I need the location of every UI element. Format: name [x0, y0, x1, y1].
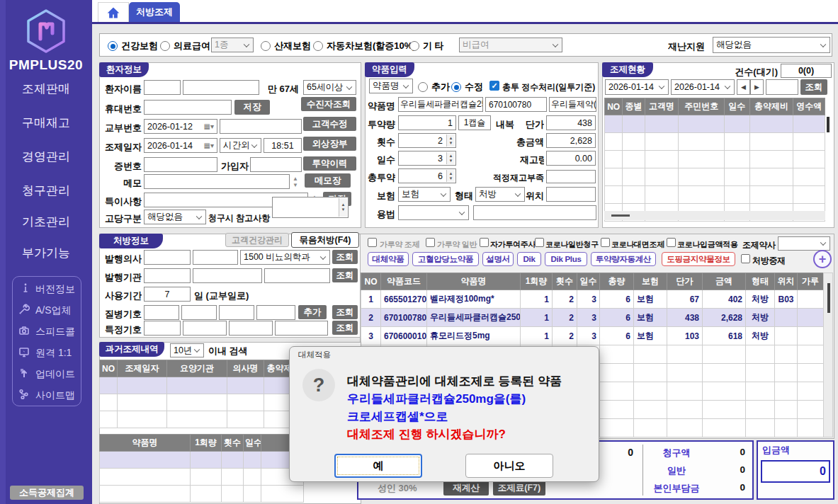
- table-row[interactable]: [100, 394, 304, 411]
- table-row[interactable]: 2670100780우리들세파클러캡슐250(1236보험4382,628처방: [361, 309, 824, 327]
- table-row[interactable]: [100, 411, 304, 428]
- table-row[interactable]: [100, 486, 304, 503]
- patient-name-input-1[interactable]: [144, 80, 181, 95]
- powder-dispense-checkbox[interactable]: [368, 238, 377, 247]
- org-input-1[interactable]: [144, 268, 191, 283]
- table-row[interactable]: 3670600010휴모리드정5mg1236보험103618처방: [361, 327, 824, 345]
- expand-plus-icon[interactable]: +: [813, 250, 832, 268]
- time-input[interactable]: 18:51: [264, 138, 302, 153]
- substitute-drug-button[interactable]: 대체약품: [368, 252, 409, 266]
- age-group-select[interactable]: 65세이상: [303, 80, 356, 95]
- grade-select[interactable]: 1종: [211, 38, 254, 52]
- sugar-type-select[interactable]: 해당없음: [144, 210, 206, 224]
- table-row[interactable]: [605, 133, 825, 151]
- history-range-select[interactable]: 10년: [170, 343, 204, 357]
- times-input[interactable]: 2▲▼: [398, 133, 456, 148]
- memo-pad-button[interactable]: 메모장: [305, 173, 351, 188]
- issue-number-input[interactable]: [220, 119, 302, 134]
- time-type-select[interactable]: 시간외: [220, 138, 261, 153]
- table-row[interactable]: [605, 168, 825, 186]
- special-input-1[interactable]: [144, 321, 181, 336]
- bundle-prescription-button[interactable]: 묶음처방(F4): [291, 232, 359, 248]
- radio-industrial[interactable]: 산재보험: [261, 40, 311, 52]
- org-search-button[interactable]: 조회: [332, 268, 358, 282]
- drug-maker-input[interactable]: 우리들제약(주: [549, 97, 596, 112]
- form-select[interactable]: 처방: [475, 187, 525, 202]
- intervention-checkbox[interactable]: [741, 254, 750, 263]
- auto-dose-calc-button[interactable]: 투약량자동계산: [591, 252, 656, 266]
- dik-button[interactable]: Dik: [517, 252, 541, 266]
- medication-history-button[interactable]: 투약이력: [303, 156, 356, 171]
- location-input[interactable]: [546, 187, 596, 202]
- recalculate-button[interactable]: 재계산: [443, 480, 489, 496]
- phone-input[interactable]: [144, 100, 232, 115]
- doctor-input-2[interactable]: [193, 250, 238, 265]
- radio-health-insurance[interactable]: 건강보험: [108, 40, 158, 52]
- special-input-4[interactable]: [275, 321, 328, 336]
- patient-lookup-button[interactable]: 수진자조회: [301, 97, 356, 111]
- radio-edit-drug[interactable]: 수정: [451, 81, 483, 93]
- nonpay-select[interactable]: 비급여: [459, 38, 562, 52]
- sidebar-item-billing[interactable]: 청구관리: [0, 183, 92, 199]
- total-amount-input[interactable]: 2,628: [546, 133, 596, 148]
- table-row[interactable]: [100, 452, 304, 469]
- radio-etc[interactable]: 기 타: [409, 40, 444, 52]
- unit-price-input[interactable]: 438: [546, 115, 596, 130]
- sidebar-item-speedcall[interactable]: 스피드콜: [35, 326, 75, 338]
- org-input-2[interactable]: [193, 268, 262, 283]
- bp-diabetes-button[interactable]: 고혈압당뇨약품: [412, 252, 479, 266]
- usage-select[interactable]: [398, 205, 469, 220]
- doping-info-button[interactable]: 도핑금지약물정보: [662, 252, 735, 266]
- department-select[interactable]: 1500 비뇨의학과: [240, 250, 330, 265]
- phone-save-button[interactable]: 저장: [234, 100, 270, 115]
- special-search-button[interactable]: 조회: [332, 321, 358, 335]
- date-prev-button[interactable]: ◀: [737, 79, 750, 95]
- memo-input[interactable]: [144, 174, 290, 189]
- sidebar-item-management[interactable]: 경영관리: [0, 149, 92, 165]
- status-date-from[interactable]: 2026-01-14: [605, 79, 669, 95]
- health-mgmt-button[interactable]: 고객건강관리: [225, 233, 289, 247]
- usage-input[interactable]: [473, 205, 596, 220]
- memo-spinner[interactable]: ▲▼: [291, 174, 300, 189]
- doctor-search-button[interactable]: 조회: [332, 250, 358, 264]
- medicine-vscroll-track[interactable]: [823, 273, 833, 437]
- drug-code-input[interactable]: 670100780: [485, 97, 547, 112]
- leaflet-button[interactable]: 설명서: [482, 252, 514, 266]
- dose-unit-input[interactable]: 1캡슐: [458, 115, 491, 130]
- sidebar-item-remote[interactable]: 원격 1:1: [35, 347, 72, 360]
- disease-input-2[interactable]: [181, 305, 217, 320]
- table-row[interactable]: [100, 377, 304, 394]
- special-input-2[interactable]: [183, 321, 227, 336]
- dispense-date-input[interactable]: 2026-01-14▦▾: [144, 138, 217, 153]
- drug-mode-select[interactable]: 약품명: [369, 79, 413, 93]
- corona-facetoface-checkbox[interactable]: [601, 238, 610, 247]
- optimal-stock-input[interactable]: [546, 170, 596, 183]
- radio-add-drug[interactable]: 추가: [418, 81, 450, 93]
- disaster-select[interactable]: 해당없음: [713, 37, 830, 53]
- claim-note-input[interactable]: ▲▼: [272, 197, 349, 218]
- cert-number-input[interactable]: [144, 157, 217, 172]
- deposit-input[interactable]: 0: [761, 460, 830, 483]
- corona-deposit-checkbox[interactable]: [667, 238, 676, 247]
- dialog-no-button[interactable]: 아니오: [465, 454, 553, 478]
- status-search-input[interactable]: [766, 79, 798, 95]
- table-row[interactable]: 1665501270벨라제정100mg*1236보험67402처방B03: [361, 290, 824, 309]
- sidebar-item-as[interactable]: A/S업체: [35, 304, 72, 317]
- total-rounding-checkbox[interactable]: ✓: [489, 81, 499, 91]
- radio-car-insurance[interactable]: 자동차보험(할증10%): [313, 40, 416, 52]
- corona-claim-checkbox[interactable]: [535, 238, 544, 247]
- dialog-yes-button[interactable]: 예: [334, 454, 422, 478]
- sidebar-item-sitemap[interactable]: 사이트맵: [35, 389, 75, 402]
- sidebar-item-purchase[interactable]: 구매재고: [0, 115, 92, 131]
- org-input-3[interactable]: [264, 268, 330, 283]
- issue-date-input[interactable]: 2026-01-12▦▾: [144, 119, 217, 134]
- patient-name-input-2[interactable]: [183, 80, 259, 95]
- days-input[interactable]: 3▲▼: [398, 151, 456, 166]
- sidebar-item-version[interactable]: 버전정보: [35, 283, 75, 296]
- sidebar-item-update[interactable]: 업데이트: [35, 368, 75, 381]
- special-input-3[interactable]: [229, 321, 273, 336]
- table-row[interactable]: [605, 186, 825, 204]
- credit-ledger-button[interactable]: 외상장부: [303, 137, 356, 151]
- home-tab[interactable]: [98, 2, 129, 22]
- insurance-select[interactable]: 보험: [398, 187, 451, 202]
